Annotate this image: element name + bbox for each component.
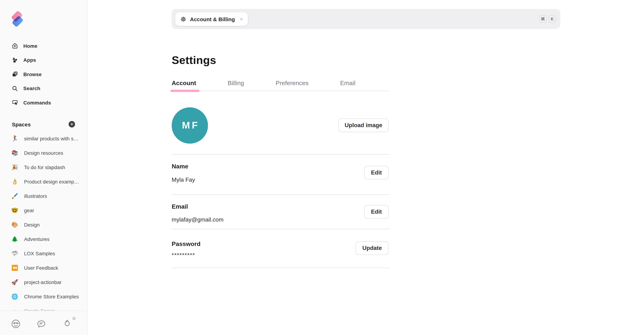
primary-nav: Home Apps — [0, 39, 88, 110]
account-smiley-icon[interactable] — [11, 319, 21, 329]
sidebar-item-browse[interactable]: Browse — [0, 67, 88, 81]
books-emoji-icon: 📚 — [11, 149, 18, 156]
space-label: To do for slapdash — [24, 164, 65, 170]
space-label: Chrome Store Examples — [24, 294, 79, 300]
sidebar-item-search[interactable]: Search — [0, 81, 88, 96]
password-field-value: ********* — [172, 252, 195, 258]
woman-running-emoji-icon: 🏃‍♀️ — [11, 135, 18, 142]
paintbrush-emoji-icon: 🖌️ — [11, 192, 18, 200]
sidebar-item-commands[interactable]: Commands — [0, 96, 88, 110]
divider — [172, 268, 390, 268]
edit-name-button[interactable]: Edit — [364, 166, 389, 180]
password-field-label: Password — [172, 240, 200, 248]
tab-email[interactable]: Email — [340, 80, 356, 87]
active-tab-underline — [170, 90, 199, 92]
space-label: Design resources — [24, 150, 63, 156]
globe-emoji-icon: 🌐 — [11, 293, 18, 300]
avatar: MF — [172, 107, 208, 144]
feedback-chat-icon[interactable] — [36, 319, 46, 329]
spaces-title: Spaces — [12, 121, 31, 128]
add-space-button[interactable]: + — [68, 121, 75, 128]
sidebar-item-home[interactable]: Home — [0, 39, 88, 53]
k-key: K — [548, 15, 556, 22]
space-item[interactable]: 🚀 project-actionbar — [0, 275, 88, 290]
space-item[interactable]: 🌐 Chrome Store Examples — [0, 290, 88, 304]
space-label: gear — [24, 208, 34, 213]
space-label: Product design examp… — [24, 179, 79, 184]
whats-new-flame-icon[interactable] — [62, 319, 72, 329]
spaces-header: Spaces + — [0, 121, 88, 128]
space-item[interactable]: 🏃‍♀️ similar products with s… — [0, 132, 88, 146]
page-title: Settings — [172, 54, 216, 67]
tabs-divider — [172, 90, 390, 91]
space-item[interactable]: ⏪ User Feedback — [0, 261, 88, 275]
space-label: Adventures — [24, 236, 50, 242]
tab-preferences[interactable]: Preferences — [276, 80, 308, 87]
space-label: LOX Samples — [24, 250, 55, 256]
sidebar-item-label: Home — [23, 43, 38, 49]
space-item[interactable]: 🎨 Design — [0, 218, 88, 232]
update-password-button[interactable]: Update — [356, 241, 389, 255]
commands-icon — [12, 100, 18, 106]
shortcut-hint: ⌘ K — [539, 15, 556, 22]
sidebar-footer — [0, 310, 87, 335]
slapdash-logo-icon — [0, 0, 32, 32]
apps-icon — [12, 57, 18, 63]
party-popper-emoji-icon: 🎉 — [11, 164, 18, 171]
settings-page: Settings Account Billing Preferences Ema… — [172, 0, 390, 335]
space-label: similar products with s… — [24, 136, 78, 142]
space-item[interactable]: 🖌️ illustrators — [0, 189, 88, 203]
sidebar-item-label: Commands — [23, 100, 51, 106]
sidebar-item-apps[interactable]: Apps — [0, 53, 88, 67]
divider — [172, 229, 390, 230]
nerd-face-emoji-icon: 🤓 — [11, 207, 18, 214]
space-label: project-actionbar — [24, 279, 62, 285]
spaces-list: 🏃‍♀️ similar products with s… 📚 Design r… — [0, 132, 88, 318]
name-field-value: Myla Fay — [172, 177, 195, 183]
sidebar-item-label: Apps — [23, 57, 36, 63]
notification-dot — [72, 317, 76, 320]
edit-email-button[interactable]: Edit — [364, 205, 389, 219]
divider — [172, 154, 390, 155]
sidebar-item-label: Browse — [23, 72, 42, 77]
evergreen-tree-emoji-icon: 🌲 — [11, 236, 18, 243]
email-field-label: Email — [172, 203, 188, 210]
settings-tabs: Account Billing Preferences Email — [172, 80, 356, 87]
space-item[interactable]: 🎉 To do for slapdash — [0, 160, 88, 174]
space-item[interactable]: 👌 Product design examp… — [0, 174, 88, 189]
space-label: illustrators — [24, 193, 47, 199]
space-item[interactable]: 📚 Design resources — [0, 146, 88, 160]
tab-billing[interactable]: Billing — [228, 80, 244, 87]
space-label: Design — [24, 222, 40, 228]
palette-emoji-icon: 🎨 — [11, 221, 18, 228]
rewind-emoji-icon: ⏪ — [11, 264, 18, 272]
shark-emoji-icon: 🦈 — [11, 250, 18, 257]
app-window: Home Apps — [0, 0, 644, 335]
browse-icon — [12, 71, 18, 78]
email-field-value: mylafay@gmail.com — [172, 216, 224, 223]
space-label: User Feedback — [24, 265, 58, 271]
tab-account[interactable]: Account — [172, 80, 196, 87]
cmd-key: ⌘ — [539, 15, 547, 22]
space-item[interactable]: 🤓 gear — [0, 203, 88, 218]
ok-hand-emoji-icon: 👌 — [11, 178, 18, 185]
sidebar-item-label: Search — [23, 86, 40, 92]
space-item[interactable]: 🦈 LOX Samples — [0, 246, 88, 261]
space-item[interactable]: 🌲 Adventures — [0, 232, 88, 246]
divider — [172, 194, 390, 195]
upload-image-button[interactable]: Upload image — [338, 118, 389, 132]
home-icon — [12, 43, 18, 49]
search-icon — [12, 86, 18, 92]
rocket-emoji-icon: 🚀 — [11, 279, 18, 286]
sidebar: Home Apps — [0, 0, 88, 335]
name-field-label: Name — [172, 163, 188, 170]
